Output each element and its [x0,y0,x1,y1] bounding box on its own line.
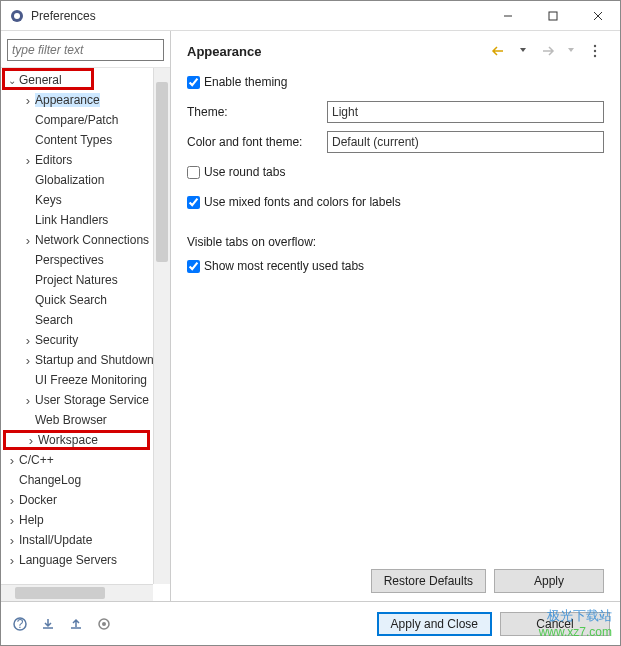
help-icon[interactable]: ? [11,615,29,633]
tree-item[interactable]: ›Appearance [1,90,170,110]
colorfont-row: Color and font theme: Default (current) [187,131,604,153]
tree-expander-icon[interactable]: › [21,93,35,108]
maximize-button[interactable] [530,1,575,31]
colorfont-label: Color and font theme: [187,135,327,149]
tree-item-label: User Storage Service [35,393,149,407]
tree-item[interactable]: Quick Search [1,290,170,310]
round-tabs-checkbox[interactable] [187,166,200,179]
app-icon [9,8,25,24]
tree-item[interactable]: ›Startup and Shutdown [1,350,170,370]
tree-item[interactable]: ChangeLog [1,470,170,490]
tree-item[interactable]: ›Workspace [3,430,150,450]
export-icon[interactable] [67,615,85,633]
tree-expander-icon[interactable]: › [5,553,19,568]
show-recent-checkbox[interactable] [187,260,200,273]
round-tabs-label: Use round tabs [204,165,285,179]
round-tabs-row: Use round tabs [187,161,604,183]
panel-title: Appearance [187,44,490,59]
back-icon[interactable] [490,43,508,59]
tree-item[interactable]: Globalization [1,170,170,190]
tree-expander-icon[interactable]: › [21,393,35,408]
show-recent-label: Show most recently used tabs [204,259,364,273]
tree-item-label: Help [19,513,44,527]
tree-expander-icon[interactable]: › [21,233,35,248]
tree-item[interactable]: ›Install/Update [1,530,170,550]
tree-item[interactable]: ›Language Servers [1,550,170,570]
theme-select[interactable]: Light [327,101,604,123]
content-area: ⌄General›AppearanceCompare/PatchContent … [1,31,620,601]
minimize-button[interactable] [485,1,530,31]
menu-dots-icon[interactable] [586,43,604,59]
tree-item-label: Search [35,313,73,327]
apply-button[interactable]: Apply [494,569,604,593]
tree-item[interactable]: Project Natures [1,270,170,290]
right-pane: Appearance Enable theming Theme: Light C… [171,31,620,601]
show-recent-row: Show most recently used tabs [187,255,604,277]
tree-item[interactable]: ›C/C++ [1,450,170,470]
svg-text:?: ? [17,617,24,631]
svg-point-1 [14,13,20,19]
tree-item[interactable]: Content Types [1,130,170,150]
tree-expander-icon[interactable]: ⌄ [5,75,19,86]
tree-horizontal-scrollbar[interactable] [1,584,153,601]
tree-item[interactable]: ›Network Connections [1,230,170,250]
tree-item[interactable]: UI Freeze Monitoring [1,370,170,390]
tree-expander-icon[interactable]: › [21,153,35,168]
tree-item[interactable]: ›User Storage Service [1,390,170,410]
tree-item-label: Security [35,333,78,347]
tree-item[interactable]: ›Docker [1,490,170,510]
tree-item[interactable]: ›Help [1,510,170,530]
enable-theming-checkbox[interactable] [187,76,200,89]
footer-icons: ? [11,615,113,633]
tree-item-label: C/C++ [19,453,54,467]
close-button[interactable] [575,1,620,31]
tree-expander-icon[interactable]: › [5,533,19,548]
tree-item[interactable]: Perspectives [1,250,170,270]
tree-expander-icon[interactable]: › [5,493,19,508]
tree-item[interactable]: Keys [1,190,170,210]
tree-item[interactable]: Web Browser [1,410,170,430]
tree-item[interactable]: ›Editors [1,150,170,170]
window-title: Preferences [31,9,485,23]
apply-and-close-button[interactable]: Apply and Close [377,612,492,636]
tree-item-label: Install/Update [19,533,92,547]
tree-item[interactable]: ›Security [1,330,170,350]
tree-item-label: Network Connections [35,233,149,247]
tree-item-label: Workspace [38,433,98,447]
tree-expander-icon[interactable]: › [21,353,35,368]
left-pane: ⌄General›AppearanceCompare/PatchContent … [1,31,171,601]
tree-item-label: General [19,73,62,87]
tree-item-label: Perspectives [35,253,104,267]
preferences-tree[interactable]: ⌄General›AppearanceCompare/PatchContent … [1,68,170,601]
tree-item[interactable]: Compare/Patch [1,110,170,130]
forward-icon[interactable] [538,43,556,59]
tree-item-label: UI Freeze Monitoring [35,373,147,387]
mixed-fonts-row: Use mixed fonts and colors for labels [187,191,604,213]
tree-item-label: Language Servers [19,553,117,567]
tree-expander-icon[interactable]: › [21,333,35,348]
forward-dropdown-icon[interactable] [562,43,580,59]
filter-input[interactable] [7,39,164,61]
mixed-fonts-checkbox[interactable] [187,196,200,209]
panel-header: Appearance [187,43,604,59]
tree-item[interactable]: Link Handlers [1,210,170,230]
tree-item-label: Appearance [35,93,100,107]
oomph-icon[interactable] [95,615,113,633]
visible-tabs-heading: Visible tabs on overflow: [187,235,604,249]
tree-item-label: Keys [35,193,62,207]
colorfont-select[interactable]: Default (current) [327,131,604,153]
cancel-button[interactable]: Cancel [500,612,610,636]
tree-item[interactable]: ⌄General [1,70,170,90]
restore-defaults-button[interactable]: Restore Defaults [371,569,486,593]
enable-theming-row: Enable theming [187,71,604,93]
tree-item[interactable]: Search [1,310,170,330]
back-dropdown-icon[interactable] [514,43,532,59]
svg-rect-3 [549,12,557,20]
tree-expander-icon[interactable]: › [24,433,38,448]
import-icon[interactable] [39,615,57,633]
theme-label: Theme: [187,105,327,119]
theme-row: Theme: Light [187,101,604,123]
tree-vertical-scrollbar[interactable] [153,68,170,584]
tree-expander-icon[interactable]: › [5,453,19,468]
tree-expander-icon[interactable]: › [5,513,19,528]
